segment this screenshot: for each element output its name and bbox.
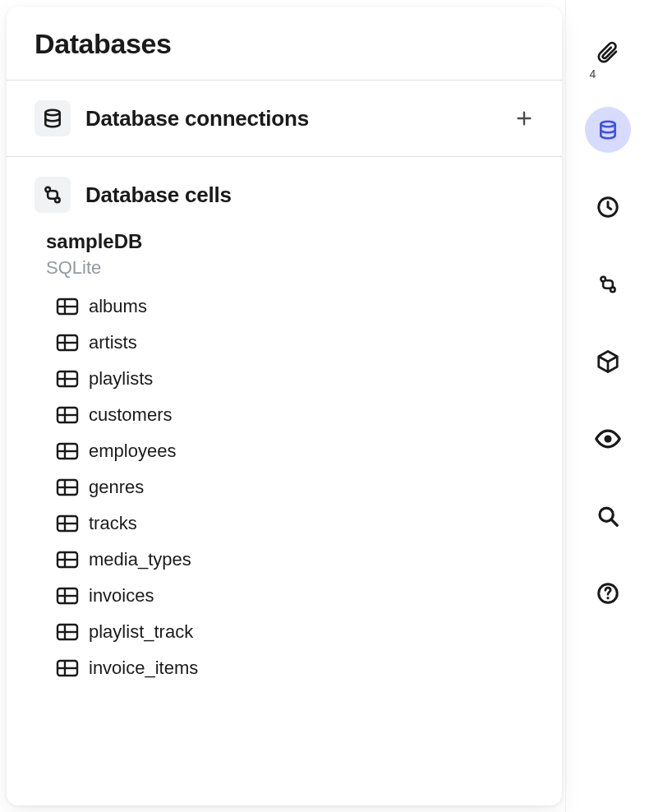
- table-item[interactable]: artists: [46, 325, 545, 361]
- table-icon: [56, 587, 79, 605]
- svg-point-43: [606, 597, 609, 599]
- table-name: media_types: [89, 549, 191, 570]
- table-name: artists: [89, 332, 137, 353]
- attachments-count-badge: 4: [590, 67, 596, 81]
- table-icon: [56, 406, 79, 424]
- tables-list: albums artists playlists customers emplo…: [46, 288, 545, 686]
- sidebar-eye-button[interactable]: [585, 416, 631, 462]
- table-item[interactable]: employees: [46, 433, 545, 469]
- table-icon: [56, 623, 79, 641]
- svg-point-0: [45, 110, 59, 116]
- sidebar-package-button[interactable]: [585, 339, 631, 385]
- help-icon: [596, 581, 620, 606]
- table-icon: [56, 514, 79, 533]
- svg-point-40: [604, 435, 611, 442]
- cells-section-title: Database cells: [85, 182, 539, 208]
- table-icon: [56, 334, 79, 352]
- sidebar-help-button[interactable]: [585, 570, 631, 616]
- package-icon: [596, 349, 620, 374]
- table-item[interactable]: media_types: [46, 542, 545, 578]
- clock-icon: [596, 195, 620, 219]
- table-name: genres: [89, 477, 144, 498]
- table-icon: [56, 659, 79, 677]
- table-icon: [56, 298, 79, 316]
- databases-panel: Databases Database connections Database …: [7, 7, 562, 805]
- cells-section: Database cells: [7, 157, 562, 221]
- table-item[interactable]: invoice_items: [46, 650, 545, 686]
- cells-icon: [35, 177, 71, 213]
- database-icon: [597, 119, 619, 141]
- database-block[interactable]: sampleDB SQLite albums artists playlists…: [46, 228, 545, 686]
- table-name: playlist_track: [89, 621, 193, 643]
- sidebar-attachment-button[interactable]: 4: [585, 30, 631, 76]
- table-item[interactable]: customers: [46, 397, 545, 433]
- table-name: playlists: [89, 368, 153, 390]
- add-connection-button[interactable]: [509, 104, 539, 133]
- table-item[interactable]: playlists: [46, 361, 545, 397]
- sidebar-search-button[interactable]: [585, 493, 631, 539]
- table-item[interactable]: tracks: [46, 505, 545, 542]
- table-name: employees: [89, 441, 176, 462]
- table-item[interactable]: albums: [46, 288, 545, 325]
- sidebar-cells-button[interactable]: [585, 261, 631, 307]
- search-icon: [596, 504, 620, 528]
- database-icon: [35, 100, 71, 136]
- table-item[interactable]: genres: [46, 469, 545, 505]
- table-item[interactable]: playlist_track: [46, 614, 545, 650]
- table-icon: [56, 370, 79, 388]
- database-name: sampleDB: [46, 228, 545, 256]
- cells-icon: [596, 273, 619, 296]
- database-type: SQLite: [46, 257, 545, 279]
- table-item[interactable]: invoices: [46, 578, 545, 614]
- table-icon: [56, 442, 79, 460]
- attachment-icon: [596, 40, 620, 65]
- panel-title: Databases: [35, 28, 536, 60]
- table-name: customers: [89, 404, 172, 426]
- right-sidebar: 4: [565, 0, 649, 812]
- table-icon: [56, 551, 79, 569]
- connections-section: Database connections: [7, 81, 562, 156]
- connections-section-title: Database connections: [85, 106, 509, 131]
- table-name: invoice_items: [89, 657, 198, 679]
- table-name: tracks: [89, 513, 137, 534]
- sidebar-database-button[interactable]: [585, 107, 631, 153]
- table-name: invoices: [89, 585, 154, 607]
- svg-point-36: [601, 122, 614, 127]
- sidebar-clock-button[interactable]: [585, 184, 631, 230]
- table-icon: [56, 478, 79, 496]
- table-name: albums: [89, 296, 147, 317]
- eye-icon: [594, 427, 622, 451]
